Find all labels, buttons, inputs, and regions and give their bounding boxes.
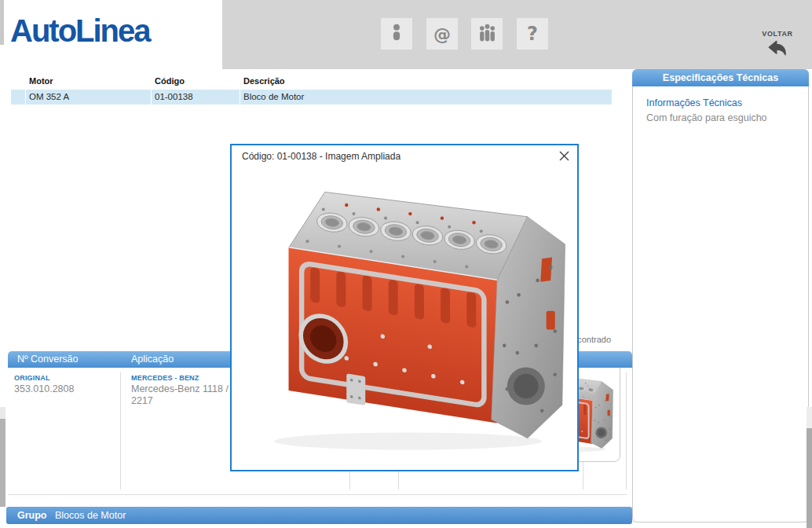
autolinea-app: AutoLinea @ ?	[0, 0, 812, 528]
row-selector-cell	[11, 90, 26, 104]
brand-label[interactable]: MERCEDES - BENZ	[131, 374, 199, 382]
voltar-button[interactable]: VOLTAR	[750, 30, 805, 62]
table-row-selected[interactable]: OM 352 A 01-00138 Bloco de Motor	[11, 90, 613, 104]
panel-right-border	[626, 372, 627, 490]
cell-codigo: 01-00138	[152, 90, 240, 104]
technical-info-link[interactable]: Informações Técnicas	[646, 97, 742, 108]
logo-box: AutoLinea	[0, 0, 222, 69]
people-button[interactable]	[471, 18, 503, 50]
at-icon: @	[433, 24, 451, 44]
email-button[interactable]: @	[426, 18, 458, 50]
specs-panel: Especificações Técnicas Informações Técn…	[632, 69, 809, 522]
corner-strip	[0, 0, 4, 45]
original-label: ORIGINAL	[14, 374, 50, 382]
top-header: AutoLinea @ ?	[0, 0, 812, 69]
column-descricao: Descrição	[243, 76, 285, 86]
specs-panel-title: Especificações Técnicas	[632, 69, 809, 86]
image-modal: Código: 01-00138 - Imagem Ampliada	[230, 144, 579, 471]
column-conversao: Nº Conversão	[17, 351, 79, 368]
column-motor: Motor	[29, 76, 53, 86]
help-icon: ?	[527, 23, 538, 45]
people-icon	[477, 23, 498, 46]
column-divider	[120, 372, 121, 490]
left-scrollbar-thumb[interactable]	[0, 419, 5, 507]
column-codigo: Código	[155, 76, 185, 86]
engine-block-photo	[238, 170, 571, 463]
modal-close-button[interactable]	[557, 150, 571, 164]
right-scrollbar-thumb[interactable]	[807, 428, 812, 528]
column-aplicacao: Aplicação	[131, 351, 174, 368]
application-line2: 2217	[131, 395, 153, 407]
group-footer-bar: Grupo Blocos de Motor	[6, 507, 632, 524]
info-button[interactable]	[381, 18, 412, 50]
original-number: 353.010.2808	[14, 383, 74, 395]
voltar-label: VOLTAR	[750, 30, 805, 38]
cell-descricao: Bloco de Motor	[240, 90, 613, 104]
info-person-icon	[386, 22, 407, 46]
app-logo: AutoLinea	[10, 13, 150, 49]
back-arrow-icon	[750, 39, 805, 62]
technical-note: Com furação para esguicho	[646, 112, 767, 123]
group-value: Blocos de Motor	[55, 507, 126, 524]
cell-motor: OM 352 A	[26, 90, 152, 104]
modal-title: Código: 01-00138 - Imagem Ampliada	[242, 151, 401, 162]
close-icon	[558, 150, 570, 165]
specs-panel-body: Informações Técnicas Com furação para es…	[632, 86, 809, 522]
application-line1: Mercedes-Benz 1118 / 1	[131, 383, 236, 395]
group-label: Grupo	[17, 507, 47, 524]
help-button[interactable]: ?	[517, 18, 548, 50]
